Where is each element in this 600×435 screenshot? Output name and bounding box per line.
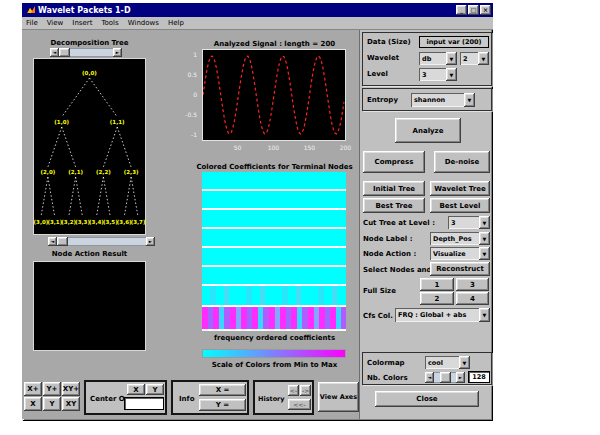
zoom-button-x[interactable]: X xyxy=(24,397,42,411)
node-action-label: Node Action : xyxy=(363,250,416,258)
slider-right-arrow-icon[interactable]: ► xyxy=(456,372,465,383)
colormap-label: Colormap xyxy=(367,359,405,367)
maximize-button[interactable]: □ xyxy=(468,5,479,15)
best-tree-button[interactable]: Best Tree xyxy=(363,198,425,213)
compress-button[interactable]: Compress xyxy=(363,151,425,173)
scrollbar-track[interactable] xyxy=(68,237,146,246)
chevron-down-icon[interactable]: ▼ xyxy=(446,68,457,81)
wavelet-number-select[interactable]: 2 ▼ xyxy=(460,52,489,65)
denoise-button[interactable]: De-noise xyxy=(434,151,490,173)
tree-node-label[interactable]: (0,0) xyxy=(82,70,97,76)
tree-node-label[interactable]: (2,3) xyxy=(124,169,139,175)
initial-tree-button[interactable]: Initial Tree xyxy=(363,181,425,196)
chevron-down-icon[interactable]: ▼ xyxy=(479,247,490,260)
analyzed-signal-line xyxy=(203,56,344,134)
chevron-down-icon[interactable]: ▼ xyxy=(464,93,475,107)
scrollbar-thumb[interactable] xyxy=(59,48,70,57)
wavelet-family-select[interactable]: db ▼ xyxy=(419,52,457,65)
nb-colors-label: Nb. Colors xyxy=(367,374,408,382)
zoom-button-xy-plus[interactable]: XY+ xyxy=(62,382,80,396)
zoom-button-y[interactable]: Y xyxy=(43,397,61,411)
wavelet-label: Wavelet xyxy=(367,54,399,62)
decomposition-tree-axes[interactable]: (0,0)(1,0)(1,1)(2,0)(2,1)(2,2)(2,3)(3,0)… xyxy=(33,58,146,235)
tree-branch xyxy=(62,127,76,167)
nb-colors-slider[interactable]: ◄ ► xyxy=(425,372,465,383)
view-axes-button[interactable]: View Axes xyxy=(318,382,359,412)
colormap-select[interactable]: cool ▼ xyxy=(425,356,470,369)
signal-yticks: 10.50-0.5-1 xyxy=(172,49,200,141)
node-action-select[interactable]: Visualize ▼ xyxy=(430,247,490,260)
level-select[interactable]: 3 ▼ xyxy=(419,68,457,81)
cfs-col-select[interactable]: FRQ : Global + abs ▼ xyxy=(395,308,490,322)
center-y-button[interactable]: Y xyxy=(146,384,164,395)
node-label-select[interactable]: Depth_Pos ▼ xyxy=(430,232,490,245)
minimize-button[interactable]: _ xyxy=(456,5,467,15)
tree-branch xyxy=(69,177,76,217)
tree-node-label[interactable]: (1,0) xyxy=(54,119,69,125)
scrollbar-right-arrow-icon[interactable]: ► xyxy=(146,237,155,246)
scrollbar-left-arrow-icon[interactable]: ◄ xyxy=(48,237,57,246)
node-label-label: Node Label : xyxy=(363,235,412,243)
wavelet-packets-window: Wavelet Packets 1-D _ □ × FileViewInsert… xyxy=(22,3,493,421)
y-tick-label: -1 xyxy=(191,131,197,138)
colormap-value: cool xyxy=(425,356,459,369)
info-x-button[interactable]: X = xyxy=(199,384,246,396)
close-window-button[interactable]: × xyxy=(480,5,491,15)
center-x-button[interactable]: X xyxy=(127,384,145,395)
chevron-down-icon[interactable]: ▼ xyxy=(459,356,470,369)
cut-tree-level-select[interactable]: 3 ▼ xyxy=(448,216,490,229)
menu-item-file[interactable]: File xyxy=(26,19,38,27)
info-y-button[interactable]: Y = xyxy=(199,399,246,411)
history-back-button[interactable]: <- xyxy=(288,385,299,396)
tree-node-label[interactable]: (2,2) xyxy=(96,169,111,175)
analyze-button[interactable]: Analyze xyxy=(395,118,461,143)
scrollbar-track[interactable] xyxy=(70,48,113,57)
slider-left-arrow-icon[interactable]: ◄ xyxy=(425,372,434,383)
x-tick-label: 100 xyxy=(268,144,279,151)
chevron-down-icon[interactable]: ▼ xyxy=(479,216,490,229)
chevron-down-icon[interactable]: ▼ xyxy=(479,232,490,245)
zoom-button-y-plus[interactable]: Y+ xyxy=(43,382,61,396)
history-rewind-button[interactable]: <<- xyxy=(288,399,311,410)
scrollbar-right-arrow-icon[interactable]: ► xyxy=(113,48,122,57)
menu-item-windows[interactable]: Windows xyxy=(128,19,159,27)
menu-item-view[interactable]: View xyxy=(47,19,64,27)
zoom-button-xy[interactable]: XY xyxy=(62,397,80,411)
coefficients-row-6 xyxy=(202,267,346,284)
tree-node-label[interactable]: (2,1) xyxy=(68,169,83,175)
chevron-down-icon[interactable]: ▼ xyxy=(478,52,489,65)
data-size-value: input var (200) xyxy=(419,36,489,48)
level-label: Level xyxy=(367,70,388,78)
tree-node-label[interactable]: (1,1) xyxy=(110,119,125,125)
entropy-select[interactable]: shannon ▼ xyxy=(411,93,475,107)
tree-horizontal-scrollbar-bottom[interactable]: ◄ ► xyxy=(48,237,155,246)
history-group: History <- -> <<- xyxy=(253,380,314,415)
menu-item-tools[interactable]: Tools xyxy=(101,19,118,27)
scrollbar-thumb[interactable] xyxy=(57,237,68,246)
chevron-down-icon[interactable]: ▼ xyxy=(446,52,457,65)
center-on-input[interactable] xyxy=(124,397,164,410)
best-level-button[interactable]: Best Level xyxy=(430,198,490,213)
history-forward-button[interactable]: -> xyxy=(300,385,311,396)
zoom-button-x-plus[interactable]: X+ xyxy=(24,382,42,396)
signal-title: Analyzed Signal : length = 200 xyxy=(182,40,367,48)
center-on-group: Center On X Y xyxy=(84,380,167,415)
tree-horizontal-scrollbar-top[interactable]: ◄ ► xyxy=(50,48,122,57)
full-size-button-1[interactable]: 1 xyxy=(420,278,454,291)
reconstruct-button[interactable]: Reconstruct xyxy=(430,262,490,276)
wavelet-tree-button[interactable]: Wavelet Tree xyxy=(430,181,490,196)
tree-node-label[interactable]: (2,0) xyxy=(40,169,55,175)
chevron-down-icon[interactable]: ▼ xyxy=(479,308,490,322)
menu-item-help[interactable]: Help xyxy=(168,19,184,27)
close-button[interactable]: Close xyxy=(375,391,479,407)
slider-thumb[interactable] xyxy=(440,372,451,383)
full-size-button-2[interactable]: 2 xyxy=(420,292,454,305)
coefficients-row-2 xyxy=(202,191,346,208)
scrollbar-left-arrow-icon[interactable]: ◄ xyxy=(50,48,59,57)
full-size-button-3[interactable]: 3 xyxy=(456,278,489,291)
nb-colors-value[interactable]: 128 xyxy=(468,371,490,383)
tree-node-label[interactable]: (3,7) xyxy=(131,219,145,225)
full-size-button-4[interactable]: 4 xyxy=(456,292,489,305)
title-bar[interactable]: Wavelet Packets 1-D _ □ × xyxy=(22,3,493,17)
menu-item-insert[interactable]: Insert xyxy=(72,19,92,27)
